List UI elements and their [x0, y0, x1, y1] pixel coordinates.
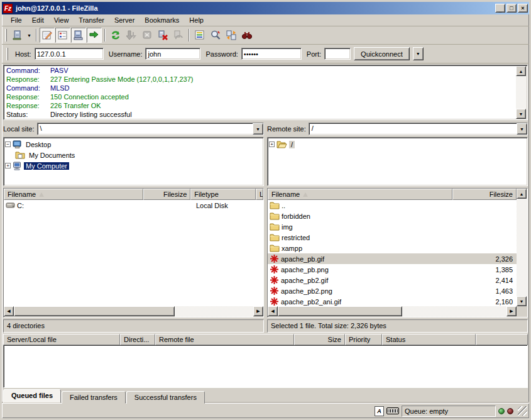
cancel-operation-button[interactable]: [140, 28, 155, 43]
host-input[interactable]: [35, 48, 104, 60]
toggle-local-tree-button[interactable]: [55, 28, 70, 43]
remote-list-body[interactable]: .. forbidden img: [268, 200, 527, 306]
scroll-left-icon[interactable]: ◀: [4, 306, 14, 316]
column-header-filesize[interactable]: Filesize: [452, 189, 517, 200]
column-header-filetype[interactable]: Filetype: [190, 189, 256, 200]
scroll-up-icon[interactable]: ▲: [517, 189, 527, 199]
port-input[interactable]: [324, 48, 351, 60]
site-manager-button[interactable]: [9, 28, 25, 43]
local-tree[interactable]: − Desktop My Documents +: [3, 137, 264, 186]
local-site-combo[interactable]: \ ▼: [37, 123, 264, 135]
reconnect-button[interactable]: [171, 28, 186, 43]
remote-vscrollbar[interactable]: ▲ ▼: [517, 189, 527, 306]
find-files-button[interactable]: [239, 28, 255, 43]
speed-limit-icon[interactable]: [386, 407, 399, 414]
menu-view[interactable]: View: [49, 15, 74, 25]
local-file-list[interactable]: Filename Filesize Filetype L: [3, 188, 264, 318]
quickconnect-dropdown[interactable]: ▼: [413, 47, 424, 60]
toolbar-separator: [104, 29, 106, 41]
tree-item-root[interactable]: + /: [269, 139, 526, 150]
remote-row-folder[interactable]: restricted: [268, 232, 517, 243]
local-row-c-drive[interactable]: C: Local Disk: [4, 200, 263, 211]
password-input[interactable]: [241, 48, 302, 60]
column-header-filesize[interactable]: Filesize: [143, 189, 190, 200]
scrollbar-thumb[interactable]: [14, 306, 175, 316]
toggle-message-log-button[interactable]: [40, 28, 55, 43]
resize-grip[interactable]: [518, 406, 527, 416]
disconnect-button[interactable]: [155, 28, 170, 43]
site-manager-dropdown[interactable]: ▼: [25, 28, 33, 43]
scroll-down-icon[interactable]: ▼: [516, 109, 526, 119]
scroll-right-icon[interactable]: ▶: [506, 306, 517, 316]
menu-edit[interactable]: Edit: [27, 15, 49, 25]
queue-body[interactable]: [3, 345, 528, 388]
tree-item-desktop[interactable]: − Desktop: [5, 139, 262, 150]
toggle-transfer-queue-button[interactable]: [87, 28, 102, 43]
column-header-status[interactable]: Status: [382, 334, 476, 345]
remote-file-list[interactable]: Filename Filesize ..: [267, 188, 528, 318]
menu-file[interactable]: File: [6, 15, 27, 25]
menu-bookmarks[interactable]: Bookmarks: [140, 15, 184, 25]
column-header-remote-file[interactable]: Remote file: [155, 334, 294, 345]
remote-row-file-selected[interactable]: apache_pb.gif 2,326: [268, 253, 517, 264]
scroll-up-icon[interactable]: ▲: [516, 66, 526, 76]
column-header-direction[interactable]: Directi...: [120, 334, 155, 345]
column-header-size[interactable]: Size: [294, 334, 345, 345]
remote-tree[interactable]: + /: [267, 137, 528, 186]
expand-icon[interactable]: +: [269, 141, 275, 147]
column-header-server-local-file[interactable]: Server/Local file: [3, 334, 120, 345]
remote-row-file[interactable]: apache_pb2.gif 2,414: [268, 275, 517, 285]
menu-transfer[interactable]: Transfer: [74, 15, 109, 25]
remote-row-file[interactable]: apache_pb2_ani.gif 2,160: [268, 296, 517, 306]
scroll-right-icon[interactable]: ▶: [253, 306, 263, 316]
scrollbar-thumb[interactable]: [278, 306, 402, 316]
scrollbar-track[interactable]: [175, 306, 253, 317]
process-queue-button[interactable]: [124, 28, 139, 43]
tree-item-my-computer[interactable]: + My Computer: [5, 160, 262, 171]
filter-button[interactable]: [192, 28, 207, 43]
column-header-priority[interactable]: Priority: [345, 334, 382, 345]
collapse-icon[interactable]: −: [5, 141, 11, 147]
message-log[interactable]: Command:PASV Response:227 Entering Passi…: [3, 65, 528, 120]
remote-row-folder[interactable]: forbidden: [268, 211, 517, 221]
combo-dropdown-icon[interactable]: ▼: [517, 123, 527, 135]
menu-help[interactable]: Help: [184, 15, 209, 25]
log-scrollbar[interactable]: ▲ ▼: [516, 66, 527, 119]
directory-comparison-button[interactable]: [208, 28, 223, 43]
scroll-left-icon[interactable]: ◀: [268, 306, 278, 316]
minimize-button[interactable]: _: [495, 4, 505, 13]
expand-icon[interactable]: +: [5, 163, 11, 169]
toggle-remote-tree-button[interactable]: [71, 28, 86, 43]
synchronized-browsing-button[interactable]: [224, 28, 239, 43]
tab-queued-files[interactable]: Queued files: [3, 389, 61, 403]
tree-item-my-documents[interactable]: My Documents: [5, 150, 262, 160]
close-button[interactable]: ×: [518, 4, 528, 13]
tab-successful-transfers[interactable]: Successful transfers: [126, 391, 205, 404]
transfer-type-icon[interactable]: A: [375, 406, 384, 416]
remote-row-parent-dir[interactable]: ..: [268, 200, 517, 211]
local-hscrollbar[interactable]: ◀ ▶: [4, 306, 263, 317]
menu-server[interactable]: Server: [109, 15, 140, 25]
sort-asc-icon: [303, 192, 308, 197]
column-header-filename[interactable]: Filename: [268, 189, 452, 200]
transfer-queue[interactable]: Server/Local file Directi... Remote file…: [3, 334, 528, 388]
refresh-button[interactable]: [108, 28, 123, 43]
remote-row-file[interactable]: apache_pb2.png 1,463: [268, 285, 517, 296]
column-header-last-modified[interactable]: L: [256, 189, 263, 200]
tab-failed-transfers[interactable]: Failed transfers: [62, 391, 126, 404]
remote-row-folder[interactable]: xampp: [268, 243, 517, 253]
remote-row-file[interactable]: apache_pb.png 1,385: [268, 264, 517, 275]
combo-dropdown-icon[interactable]: ▼: [253, 123, 263, 135]
scroll-down-icon[interactable]: ▼: [517, 296, 527, 306]
local-list-body[interactable]: C: Local Disk: [4, 200, 263, 306]
column-header-filename[interactable]: Filename: [4, 189, 143, 200]
remote-row-folder[interactable]: img: [268, 221, 517, 232]
username-input[interactable]: [145, 48, 200, 60]
remote-site-combo[interactable]: / ▼: [309, 123, 528, 135]
title-bar[interactable]: Fz john@127.0.0.1 - FileZilla _ □ ×: [2, 2, 529, 14]
quickconnect-button[interactable]: Quickconnect: [354, 47, 410, 60]
scrollbar-track[interactable]: [402, 306, 506, 317]
remote-hscrollbar[interactable]: ◀ ▶: [268, 306, 527, 317]
log-label: Response:: [4, 92, 50, 101]
maximize-button[interactable]: □: [506, 4, 517, 13]
